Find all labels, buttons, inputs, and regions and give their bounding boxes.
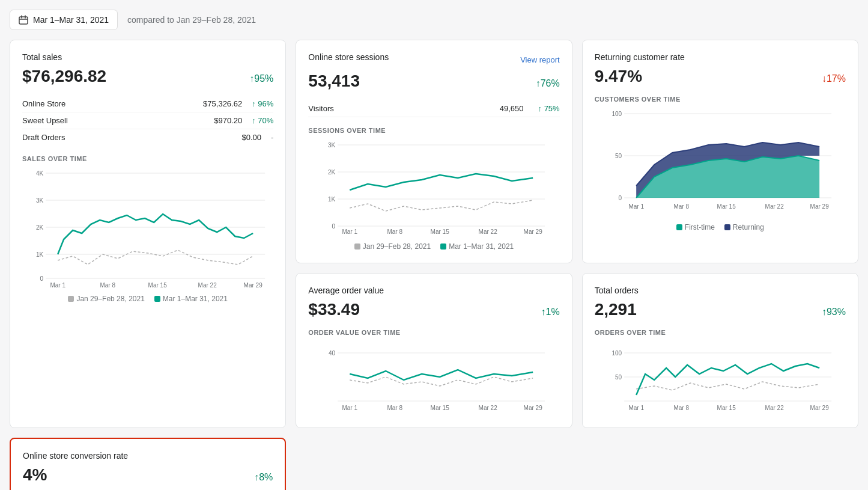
avg-order-card: Average order value $33.49 ↑1% ORDER VAL…	[296, 273, 572, 428]
total-sales-change: ↑95%	[249, 73, 273, 84]
svg-text:Mar 15: Mar 15	[148, 282, 168, 289]
svg-text:100: 100	[612, 350, 622, 357]
sessions-chart-label: SESSIONS OVER TIME	[308, 127, 559, 134]
sessions-title-row: Online store sessions View report	[308, 52, 559, 67]
svg-text:Mar 1: Mar 1	[342, 405, 358, 411]
svg-text:3K: 3K	[36, 197, 44, 204]
svg-text:50: 50	[615, 374, 622, 381]
legend-curr-label: Mar 1–Mar 31, 2021	[163, 295, 228, 303]
total-orders-card: Total orders 2,291 ↑93% ORDERS OVER TIME…	[582, 273, 858, 428]
svg-text:Mar 8: Mar 8	[673, 203, 689, 210]
visitors-label: Visitors	[308, 104, 333, 113]
compare-label: compared to Jan 29–Feb 28, 2021	[127, 15, 256, 25]
conversion-rate-title: Online store conversion rate	[23, 451, 273, 461]
sales-chart: 4K 3K 2K 1K 0 Mar 1 Mar 8 Mar 15 Mar 22 …	[22, 167, 273, 287]
svg-text:Mar 1: Mar 1	[342, 228, 358, 235]
online-store-value: $75,326.62	[203, 99, 242, 108]
svg-text:2K: 2K	[36, 224, 44, 231]
total-sales-title: Total sales	[22, 52, 273, 62]
view-report-link[interactable]: View report	[520, 55, 560, 64]
svg-text:Mar 29: Mar 29	[244, 282, 263, 289]
svg-text:Mar 22: Mar 22	[765, 203, 784, 210]
visitors-row: Visitors 49,650 ↑ 75%	[308, 100, 559, 117]
svg-text:Mar 22: Mar 22	[765, 405, 784, 411]
svg-text:Mar 8: Mar 8	[673, 405, 689, 411]
svg-text:1K: 1K	[328, 196, 336, 203]
svg-rect-0	[19, 17, 28, 24]
customers-chart: 100 50 0 Mar 1 Mar 8 Mar 15 Mar 22 Mar 2…	[595, 108, 846, 216]
empty-col-3	[582, 438, 858, 490]
svg-text:0: 0	[332, 223, 336, 230]
svg-text:40: 40	[329, 350, 336, 357]
avg-order-value: $33.49	[308, 300, 360, 319]
svg-text:Mar 1: Mar 1	[628, 203, 644, 210]
svg-text:Mar 22: Mar 22	[198, 282, 217, 289]
sweet-upsell-change: ↑ 70%	[252, 116, 273, 125]
legend-prev: Jan 29–Feb 28, 2021	[68, 295, 144, 303]
sessions-value: 53,413	[308, 72, 360, 91]
date-picker-button[interactable]: Mar 1–Mar 31, 2021	[10, 10, 118, 30]
svg-text:Mar 29: Mar 29	[810, 203, 829, 210]
total-sales-card: Total sales $76,296.82 ↑95% Online Store…	[10, 40, 286, 428]
svg-text:Mar 8: Mar 8	[387, 228, 403, 235]
empty-col-2	[296, 438, 572, 490]
online-store-values: $75,326.62 ↑ 96%	[203, 99, 273, 108]
sweet-upsell-value: $970.20	[214, 116, 242, 125]
draft-orders-value: $0.00	[241, 133, 261, 142]
conversion-rate-value: 4%	[23, 465, 47, 485]
online-store-row: Online Store $75,326.62 ↑ 96%	[22, 96, 273, 112]
draft-orders-values: $0.00 -	[241, 133, 273, 142]
online-sessions-card: Online store sessions View report 53,413…	[296, 40, 572, 263]
svg-text:4K: 4K	[36, 170, 44, 177]
svg-text:Mar 1: Mar 1	[628, 405, 644, 411]
returning-rate-change: ↓17%	[822, 73, 846, 84]
svg-text:0: 0	[40, 275, 44, 282]
customers-chart-legend: First-time Returning	[595, 223, 846, 231]
svg-text:Mar 1: Mar 1	[50, 282, 65, 289]
legend-prev-dot	[68, 296, 74, 302]
svg-text:0: 0	[618, 195, 622, 201]
sweet-upsell-row: Sweet Upsell $970.20 ↑ 70%	[22, 112, 273, 129]
conversion-rate-value-row: 4% ↑8%	[23, 465, 273, 485]
total-orders-value: 2,291	[595, 300, 637, 319]
sessions-legend-prev-label: Jan 29–Feb 28, 2021	[363, 242, 431, 251]
draft-orders-change: -	[271, 133, 273, 142]
sessions-legend-prev-dot	[354, 243, 360, 250]
visitors-value: 49,650	[500, 104, 524, 113]
legend-prev-label: Jan 29–Feb 28, 2021	[76, 295, 144, 303]
online-store-change: ↑ 96%	[252, 99, 273, 108]
sales-chart-legend: Jan 29–Feb 28, 2021 Mar 1–Mar 31, 2021	[22, 295, 273, 303]
svg-text:Mar 15: Mar 15	[717, 203, 736, 210]
svg-text:Mar 15: Mar 15	[431, 228, 450, 235]
svg-text:Mar 29: Mar 29	[524, 228, 543, 235]
draft-orders-row: Draft Orders $0.00 -	[22, 129, 273, 145]
svg-text:3K: 3K	[328, 142, 336, 149]
bottom-row: Online store conversion rate 4% ↑8% CONV…	[10, 438, 858, 490]
order-value-chart: 40 Mar 1 Mar 8 Mar 15 Mar 22 Mar 29	[308, 341, 559, 413]
returning-legend: Returning	[724, 223, 764, 231]
online-store-label: Online Store	[22, 99, 65, 108]
total-orders-change: ↑93%	[822, 307, 846, 317]
returning-rate-value: 9.47%	[595, 67, 642, 86]
returning-rate-card: Returning customer rate 9.47% ↓17% CUSTO…	[582, 40, 858, 263]
total-sales-value-row: $76,296.82 ↑95%	[22, 67, 273, 86]
svg-text:Mar 29: Mar 29	[524, 405, 543, 411]
visitors-right: 49,650 ↑ 75%	[500, 104, 560, 113]
svg-text:Mar 8: Mar 8	[100, 282, 115, 289]
avg-order-change: ↑1%	[541, 307, 560, 317]
sessions-legend-curr-label: Mar 1–Mar 31, 2021	[449, 242, 514, 251]
avg-order-value-row: $33.49 ↑1%	[308, 300, 559, 319]
returning-rate-title: Returning customer rate	[595, 52, 846, 62]
date-range-label: Mar 1–Mar 31, 2021	[33, 15, 109, 25]
order-value-chart-label: ORDER VALUE OVER TIME	[308, 329, 559, 336]
conversion-rate-card: Online store conversion rate 4% ↑8% CONV…	[10, 438, 286, 490]
avg-order-title: Average order value	[308, 286, 559, 295]
sessions-legend-curr-dot	[440, 243, 446, 250]
sweet-upsell-values: $970.20 ↑ 70%	[214, 116, 273, 125]
first-time-legend: First-time	[676, 223, 715, 231]
sales-sub-metrics: Online Store $75,326.62 ↑ 96% Sweet Upse…	[22, 96, 273, 145]
conversion-rate-change: ↑8%	[254, 472, 273, 483]
sessions-legend-curr: Mar 1–Mar 31, 2021	[440, 242, 514, 251]
sessions-value-row: 53,413 ↑76%	[308, 72, 559, 91]
returning-rate-value-row: 9.47% ↓17%	[595, 67, 846, 86]
